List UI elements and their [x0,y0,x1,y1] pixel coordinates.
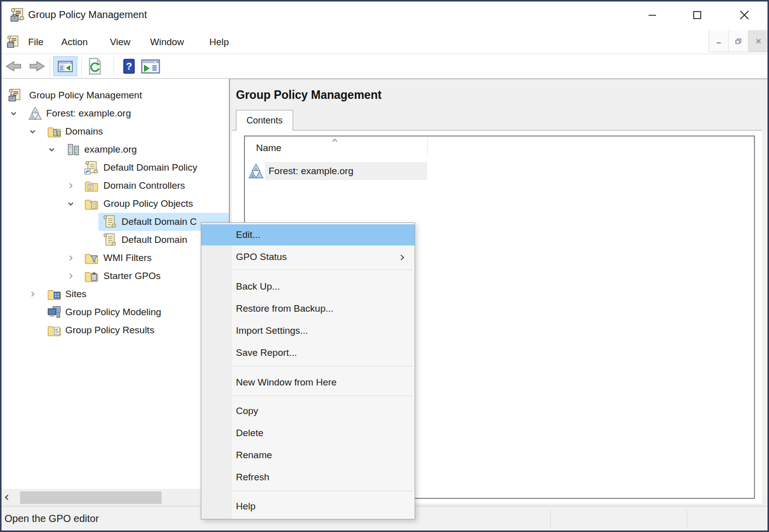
tree-item-forest[interactable]: Forest: example.org [1,104,229,122]
toolbar-separator [50,57,50,76]
tree-item-wmi-filters[interactable]: WMI Filters [1,249,229,267]
tree-item-starter-gpos[interactable]: Starter GPOs [1,267,229,285]
tree-item-default-domain-gpo[interactable]: Default Domain [1,231,229,249]
gpo-icon [102,233,116,247]
chevron-right-icon[interactable] [66,181,75,190]
list-row-label: Forest: example.org [269,162,353,181]
tree-item-group-policy-management[interactable]: Group Policy Management [1,86,229,104]
scrollbar-thumb[interactable] [20,491,162,504]
gpo-context-menu: Edit... GPO Status Back Up... Restore fr… [201,222,415,519]
menu-action[interactable]: Action [56,30,93,54]
tree-item-label: Forest: example.org [46,104,131,122]
context-menu-item-restore-from-backup[interactable]: Restore from Backup... [201,298,415,320]
menu-help[interactable]: Help [204,30,234,54]
gp-results-icon [47,323,61,337]
maximize-button[interactable] [683,1,712,29]
gpo-folder-icon [84,197,98,211]
list-row-forest[interactable]: Forest: example.org [245,162,754,181]
tree-item-label: Group Policy Management [29,86,142,104]
tree-item-domain-controllers[interactable]: Domain Controllers [1,177,229,195]
tree-item-label: example.org [84,141,137,159]
sort-ascending-icon [331,138,338,143]
context-menu-item-refresh[interactable]: Refresh [201,466,415,488]
context-menu-item-delete[interactable]: Delete [201,422,415,444]
context-menu-item-help[interactable]: Help [201,495,415,517]
tree-item-domains[interactable]: Domains [1,122,229,141]
context-menu-item-gpo-status[interactable]: GPO Status [201,246,415,268]
context-menu-item-save-report[interactable]: Save Report... [201,342,415,364]
help-icon: ? [122,58,136,74]
chevron-down-icon[interactable] [28,127,37,136]
forest-icon [248,163,264,179]
context-menu-item-rename[interactable]: Rename [201,444,415,466]
refresh-button[interactable] [86,57,103,75]
back-button[interactable] [5,59,22,73]
context-menu-item-label: GPO Status [236,251,287,262]
status-text: Open the GPO editor [5,506,99,530]
export-list-icon [141,59,161,74]
window-title: Group Policy Management [28,9,147,21]
toolbar-separator [113,57,114,76]
context-menu-separator [232,491,413,491]
tree-item-sites[interactable]: Sites [1,285,229,303]
show-hide-console-tree-button[interactable] [53,56,77,76]
forward-button[interactable] [29,59,46,73]
tree-item-default-domain-controllers-gpo[interactable]: Default Domain C [1,213,229,231]
submenu-arrow-icon [398,253,407,262]
tree-item-label: Domain Controllers [103,177,185,195]
context-menu-item-edit[interactable]: Edit... [201,224,415,245]
tree-item-domain-example-org[interactable]: example.org [1,141,229,159]
column-header-name[interactable]: Name [256,143,282,154]
starter-gpo-folder-icon [84,269,98,283]
menu-file[interactable]: File [23,30,49,54]
gp-modeling-icon [47,305,61,319]
tree-item-group-policy-modeling[interactable]: Group Policy Modeling [1,303,229,321]
mdi-minimize-button[interactable] [709,30,729,52]
tab-contents[interactable]: Contents [236,110,293,130]
forward-icon [29,59,46,73]
app-window: Group Policy Management File Action View… [0,0,769,532]
svg-text:?: ? [126,61,132,72]
mdi-close-button[interactable] [748,30,768,52]
menu-bar: File Action View Window Help [0,30,769,54]
tree-item-label: Domains [65,122,103,141]
domain-icon [66,143,80,157]
column-divider[interactable] [427,138,428,157]
tree-item-group-policy-objects[interactable]: Group Policy Objects [1,195,229,213]
menu-view[interactable]: View [105,30,136,54]
close-button[interactable] [730,1,759,29]
statusbar-separator [550,510,551,528]
tree-item-label: WMI Filters [103,249,152,267]
tree-item-group-policy-results[interactable]: Group Policy Results [1,321,229,339]
context-menu-separator [232,366,413,366]
scroll-left-arrow-icon[interactable] [3,493,11,501]
context-menu-item-back-up[interactable]: Back Up... [201,276,415,298]
chevron-down-icon[interactable] [47,145,56,154]
tree-item-label: Default Domain C [121,213,197,231]
tree-horizontal-scrollbar[interactable] [1,489,229,506]
tree-item-label: Default Domain Policy [103,159,197,177]
chevron-right-icon[interactable] [66,272,75,281]
tree-item-default-domain-policy[interactable]: Default Domain Policy [1,159,229,177]
chevron-down-icon[interactable] [66,199,75,208]
back-icon [5,59,22,73]
context-menu-item-import-settings[interactable]: Import Settings... [201,320,415,342]
refresh-icon [86,57,103,75]
console-tree-pane: Group Policy Management Forest: example.… [1,79,230,506]
tree-item-label: Group Policy Objects [103,195,193,213]
wmi-folder-icon [84,251,98,265]
chevron-right-icon[interactable] [66,253,75,262]
export-list-button[interactable] [141,59,161,74]
gpo-link-icon [84,161,98,175]
tree-item-label: Group Policy Modeling [65,303,161,321]
context-menu-separator [232,270,413,270]
menu-window[interactable]: Window [145,30,189,54]
context-menu-item-copy[interactable]: Copy [201,400,415,422]
tree-item-label: Starter GPOs [103,267,161,285]
context-menu-item-new-window-from-here[interactable]: New Window from Here [201,371,415,393]
minimize-button[interactable] [638,1,667,29]
chevron-right-icon[interactable] [28,290,37,299]
chevron-down-icon[interactable] [9,109,18,118]
help-button[interactable]: ? [122,58,136,74]
mdi-restore-button[interactable] [729,30,748,52]
